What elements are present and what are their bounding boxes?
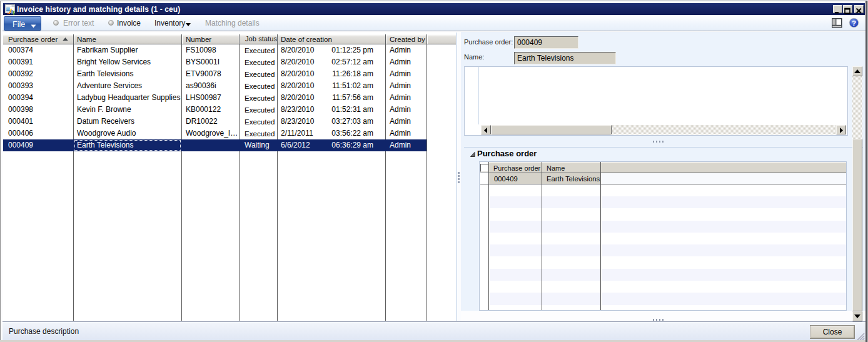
svg-text:?: ?: [852, 19, 856, 27]
